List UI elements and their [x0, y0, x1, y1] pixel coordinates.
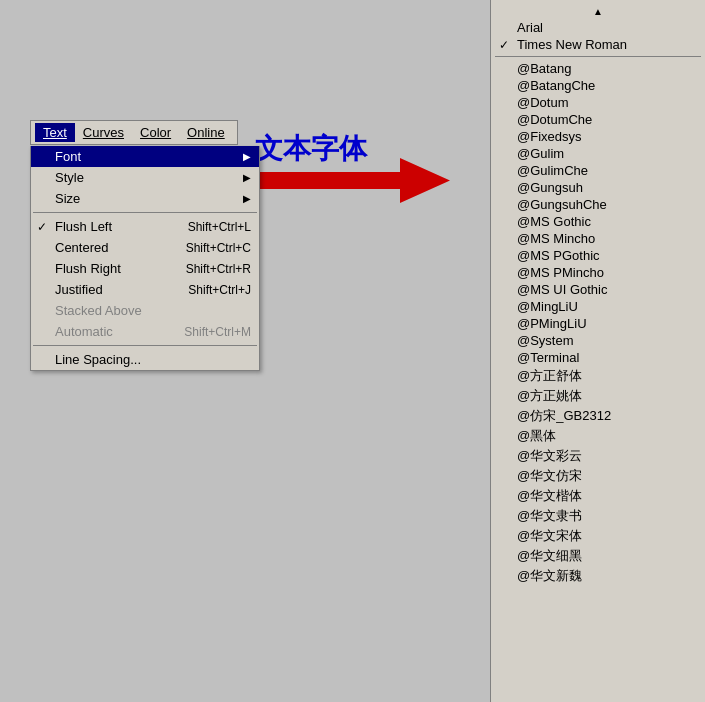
- dropdown-menu: Font ▶ Style ▶ Size ▶ Flush Left Shift+C…: [30, 146, 260, 371]
- svg-marker-0: [250, 158, 450, 203]
- justified-label: Justified: [55, 282, 103, 297]
- font-item-21[interactable]: @黑体: [491, 426, 705, 446]
- menu-item-style-label: Style: [55, 170, 84, 185]
- font-item-5[interactable]: @Gulim: [491, 145, 705, 162]
- font-arrow-icon: ▶: [243, 151, 251, 162]
- font-item-6[interactable]: @GulimChe: [491, 162, 705, 179]
- font-item-3[interactable]: @DotumChe: [491, 111, 705, 128]
- menu-item-size-label: Size: [55, 191, 80, 206]
- flush-right-shortcut: Shift+Ctrl+R: [186, 262, 251, 276]
- menu-item-justified[interactable]: Justified Shift+Ctrl+J: [31, 279, 259, 300]
- font-item-24[interactable]: @华文楷体: [491, 486, 705, 506]
- separator-1: [33, 212, 257, 213]
- font-item-28[interactable]: @华文新魏: [491, 566, 705, 586]
- font-item-11[interactable]: @MS PGothic: [491, 247, 705, 264]
- menu-item-stacked: Stacked Above: [31, 300, 259, 321]
- menu-item-flush-right[interactable]: Flush Right Shift+Ctrl+R: [31, 258, 259, 279]
- font-list-separator: [495, 56, 701, 57]
- font-item-15[interactable]: @PMingLiU: [491, 315, 705, 332]
- automatic-label: Automatic: [55, 324, 113, 339]
- font-item-27[interactable]: @华文细黑: [491, 546, 705, 566]
- centered-shortcut: Shift+Ctrl+C: [186, 241, 251, 255]
- flush-right-label: Flush Right: [55, 261, 121, 276]
- menu-item-line-spacing[interactable]: Line Spacing...: [31, 349, 259, 370]
- menu-bar: Text Curves Color Online: [30, 120, 238, 145]
- scroll-up-arrow[interactable]: ▲: [491, 4, 705, 19]
- flush-left-label: Flush Left: [55, 219, 112, 234]
- font-item-1[interactable]: @BatangChe: [491, 77, 705, 94]
- arrow-graphic: [240, 155, 460, 205]
- font-item-arial[interactable]: Arial: [491, 19, 705, 36]
- size-arrow-icon: ▶: [243, 193, 251, 204]
- font-panel[interactable]: ▲ Arial ✓ Times New Roman @Batang @Batan…: [490, 0, 705, 702]
- font-item-12[interactable]: @MS PMincho: [491, 264, 705, 281]
- font-item-25[interactable]: @华文隶书: [491, 506, 705, 526]
- font-item-20[interactable]: @仿宋_GB2312: [491, 406, 705, 426]
- font-item-16[interactable]: @System: [491, 332, 705, 349]
- font-item-13[interactable]: @MS UI Gothic: [491, 281, 705, 298]
- font-item-23[interactable]: @华文仿宋: [491, 466, 705, 486]
- arial-label: Arial: [517, 20, 543, 35]
- font-item-4[interactable]: @Fixedsys: [491, 128, 705, 145]
- line-spacing-label: Line Spacing...: [55, 352, 141, 367]
- menu-online[interactable]: Online: [179, 123, 233, 142]
- menu-curves[interactable]: Curves: [75, 123, 132, 142]
- justified-shortcut: Shift+Ctrl+J: [188, 283, 251, 297]
- menu-text[interactable]: Text: [35, 123, 75, 142]
- font-item-22[interactable]: @华文彩云: [491, 446, 705, 466]
- menu-item-font[interactable]: Font ▶: [31, 146, 259, 167]
- centered-label: Centered: [55, 240, 108, 255]
- font-item-18[interactable]: @方正舒体: [491, 366, 705, 386]
- font-item-17[interactable]: @Terminal: [491, 349, 705, 366]
- font-item-8[interactable]: @GungsuhChe: [491, 196, 705, 213]
- times-label: Times New Roman: [517, 37, 627, 52]
- style-arrow-icon: ▶: [243, 172, 251, 183]
- font-item-times[interactable]: ✓ Times New Roman: [491, 36, 705, 53]
- font-item-7[interactable]: @Gungsuh: [491, 179, 705, 196]
- menu-item-automatic: Automatic Shift+Ctrl+M: [31, 321, 259, 342]
- separator-2: [33, 345, 257, 346]
- stacked-label: Stacked Above: [55, 303, 142, 318]
- times-check: ✓: [499, 38, 513, 52]
- font-item-9[interactable]: @MS Gothic: [491, 213, 705, 230]
- font-item-26[interactable]: @华文宋体: [491, 526, 705, 546]
- menu-color[interactable]: Color: [132, 123, 179, 142]
- menu-item-flush-left[interactable]: Flush Left Shift+Ctrl+L: [31, 216, 259, 237]
- menu-item-centered[interactable]: Centered Shift+Ctrl+C: [31, 237, 259, 258]
- font-list: ▲ Arial ✓ Times New Roman @Batang @Batan…: [491, 0, 705, 590]
- font-item-10[interactable]: @MS Mincho: [491, 230, 705, 247]
- flush-left-shortcut: Shift+Ctrl+L: [188, 220, 251, 234]
- menu-item-size[interactable]: Size ▶: [31, 188, 259, 209]
- font-item-2[interactable]: @Dotum: [491, 94, 705, 111]
- menu-item-style[interactable]: Style ▶: [31, 167, 259, 188]
- font-item-19[interactable]: @方正姚体: [491, 386, 705, 406]
- font-item-14[interactable]: @MingLiU: [491, 298, 705, 315]
- font-item-0[interactable]: @Batang: [491, 60, 705, 77]
- menu-item-font-label: Font: [55, 149, 81, 164]
- automatic-shortcut: Shift+Ctrl+M: [184, 325, 251, 339]
